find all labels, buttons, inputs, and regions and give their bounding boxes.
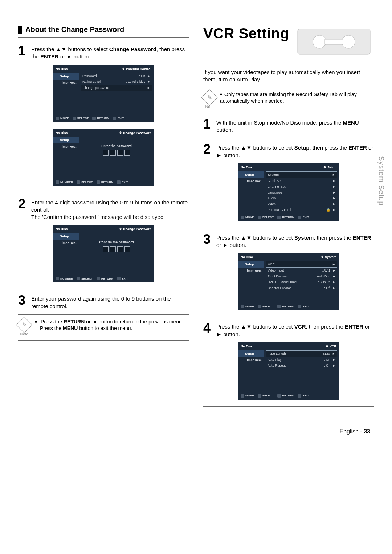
- divider: [18, 193, 189, 193]
- divider: [203, 138, 374, 138]
- right-column: VCR Setting If you want your videotapes …: [203, 25, 374, 410]
- step-text: Press the ▲▼ buttons to select Setup, th…: [216, 143, 374, 159]
- divider: [203, 87, 374, 87]
- step-text: Press the ▲▼ buttons to select VCR, then…: [216, 322, 374, 338]
- side-tab: System Setup: [377, 156, 385, 206]
- note-text: Only tapes that are missing the Record S…: [220, 91, 374, 104]
- page-footer: English - 33: [0, 428, 392, 449]
- divider: [203, 228, 374, 228]
- step-text: With the unit in Stop mode/No Disc mode,…: [216, 118, 374, 134]
- step-text: Enter the 4-digit password using the 0 t…: [31, 197, 189, 221]
- osd-system: No DiscSystemSetupTimer Rec.VCR►Video In…: [238, 253, 339, 310]
- step-number: 2: [203, 143, 213, 159]
- intro-text: If you want your videotapes to play auto…: [203, 69, 374, 83]
- heading-text: About the Change Password: [25, 25, 124, 34]
- svg-rect-3: [325, 39, 343, 44]
- left-column: About the Change Password 1 Press the ▲▼…: [18, 25, 189, 410]
- osd-enter-password: No DiscChange PasswordSetupTimer Rec.Ent…: [53, 129, 154, 186]
- step-3: 3 Enter your password again using the 0 …: [18, 294, 189, 310]
- note-block: ✎ Note Press the RETURN or ◄ button to r…: [18, 318, 189, 337]
- osd-confirm-password: No DiscChange PasswordSetupTimer Rec.Con…: [53, 225, 154, 282]
- step-1: 1 With the unit in Stop mode/No Disc mod…: [203, 118, 374, 134]
- step-2: 2 Enter the 4-digit password using the 0…: [18, 197, 189, 221]
- divider: [203, 62, 374, 62]
- step-text: Enter your password again using the 0 to…: [31, 294, 189, 310]
- step-number: 1: [18, 44, 28, 61]
- osd-parental-control: No DiscParental ControlSetupTimer Rec.Pa…: [53, 65, 154, 122]
- osd-vcr: No DiscVCRSetupTimer Rec.Tape Length:T12…: [238, 342, 339, 400]
- divider: [18, 340, 189, 341]
- note-block: ✎ Note Only tapes that are missing the R…: [203, 91, 374, 109]
- vhs-cassette-image: [294, 25, 374, 58]
- step-number: 2: [18, 197, 28, 221]
- heading-bar: [18, 26, 22, 34]
- section-heading: About the Change Password: [18, 25, 189, 34]
- step-text: Press the ▲▼ buttons to select System, t…: [216, 233, 374, 249]
- step-3: 3 Press the ▲▼ buttons to select System,…: [203, 233, 374, 249]
- step-2: 2 Press the ▲▼ buttons to select Setup, …: [203, 143, 374, 159]
- note-text: Press the RETURN or ◄ button to return t…: [35, 318, 183, 331]
- step-number: 4: [203, 322, 213, 338]
- step-1: 1 Press the ▲▼ buttons to select Change …: [18, 44, 189, 61]
- divider: [18, 314, 189, 315]
- svg-point-1: [313, 35, 326, 48]
- note-icon: ✎: [201, 89, 217, 106]
- step-4: 4 Press the ▲▼ buttons to select VCR, th…: [203, 322, 374, 338]
- svg-point-2: [342, 35, 355, 48]
- divider: [203, 406, 374, 407]
- divider: [18, 289, 189, 289]
- divider: [203, 113, 374, 113]
- step-number: 3: [203, 233, 213, 249]
- divider: [18, 37, 189, 38]
- page-title: VCR Setting: [203, 25, 289, 42]
- osd-setup: No DiscSetupSetupTimer Rec.System►Clock …: [238, 163, 339, 221]
- divider: [203, 317, 374, 317]
- step-number: 1: [203, 118, 213, 134]
- right-header: VCR Setting: [203, 25, 374, 58]
- step-number: 3: [18, 294, 28, 310]
- step-text: Press the ▲▼ buttons to select Change Pa…: [31, 44, 189, 61]
- note-icon: ✎: [16, 317, 32, 333]
